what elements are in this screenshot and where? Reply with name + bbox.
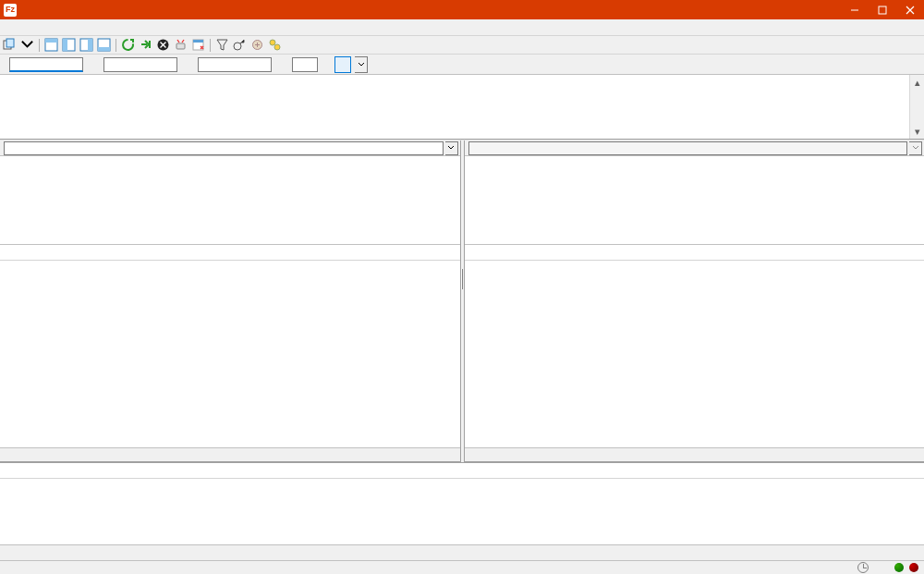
remote-path-dropdown — [909, 141, 922, 155]
quickconnect-button[interactable] — [334, 56, 351, 73]
username-input[interactable] — [103, 57, 177, 72]
search-button[interactable] — [267, 37, 283, 53]
svg-point-19 — [270, 40, 275, 45]
svg-rect-8 — [63, 39, 67, 51]
local-path-input[interactable] — [4, 141, 444, 155]
svg-rect-14 — [176, 43, 185, 49]
toggle-queue-button[interactable] — [96, 37, 112, 53]
quickconnect-bar — [0, 55, 924, 75]
message-log[interactable]: ▴▾ — [0, 75, 924, 140]
filter-button[interactable] — [214, 37, 230, 53]
toggle-local-tree-button[interactable] — [61, 37, 77, 53]
remote-directory-tree — [465, 156, 925, 245]
site-manager-dropdown-icon[interactable] — [19, 37, 35, 53]
process-queue-button[interactable] — [138, 37, 153, 53]
close-button[interactable] — [896, 0, 924, 19]
message-log-scrollbar[interactable]: ▴▾ — [909, 75, 924, 139]
password-input[interactable] — [198, 57, 272, 72]
svg-rect-10 — [88, 39, 92, 51]
toggle-message-log-button[interactable] — [43, 37, 59, 53]
status-led-2-icon — [909, 563, 918, 572]
queue-indicator-icon — [857, 562, 869, 573]
local-path-dropdown[interactable] — [445, 141, 458, 155]
title-bar: Fz — [0, 0, 924, 19]
sync-browsing-button[interactable] — [249, 37, 265, 53]
site-manager-button[interactable] — [2, 37, 18, 53]
local-directory-tree[interactable] — [0, 156, 460, 245]
local-site-bar — [0, 140, 460, 156]
maximize-button[interactable] — [869, 0, 896, 19]
quickconnect-history-dropdown[interactable] — [355, 56, 368, 73]
svg-point-20 — [274, 44, 280, 50]
menu-bar — [0, 19, 924, 36]
main-split — [0, 140, 924, 462]
svg-rect-16 — [193, 40, 203, 43]
remote-empty-message — [465, 261, 925, 447]
queue-tabs — [0, 544, 924, 560]
queue-body[interactable] — [0, 479, 924, 544]
disconnect-button[interactable] — [173, 37, 188, 53]
port-input[interactable] — [292, 57, 318, 72]
app-logo-icon: Fz — [4, 4, 17, 17]
reconnect-button[interactable] — [190, 37, 206, 53]
remote-site-bar — [465, 140, 925, 156]
directory-compare-button[interactable] — [232, 37, 248, 53]
status-led-1-icon — [894, 563, 904, 572]
remote-status — [465, 447, 925, 461]
host-input[interactable] — [9, 57, 83, 72]
remote-file-list — [465, 245, 925, 447]
svg-rect-12 — [98, 47, 110, 51]
local-pane — [0, 140, 461, 462]
remote-path-input — [468, 141, 908, 155]
status-bar — [0, 560, 924, 574]
svg-point-17 — [234, 43, 241, 50]
minimize-button[interactable] — [841, 0, 869, 19]
cancel-button[interactable] — [155, 37, 171, 53]
remote-pane — [464, 140, 925, 462]
svg-rect-2 — [879, 6, 886, 14]
transfer-queue — [0, 462, 924, 560]
refresh-button[interactable] — [120, 37, 136, 53]
local-status — [0, 447, 460, 461]
local-file-list[interactable] — [0, 245, 460, 447]
svg-rect-6 — [45, 39, 57, 43]
toggle-remote-tree-button[interactable] — [79, 37, 94, 53]
vertical-splitter[interactable] — [461, 140, 464, 462]
svg-rect-4 — [6, 39, 14, 47]
toolbar — [0, 36, 924, 55]
